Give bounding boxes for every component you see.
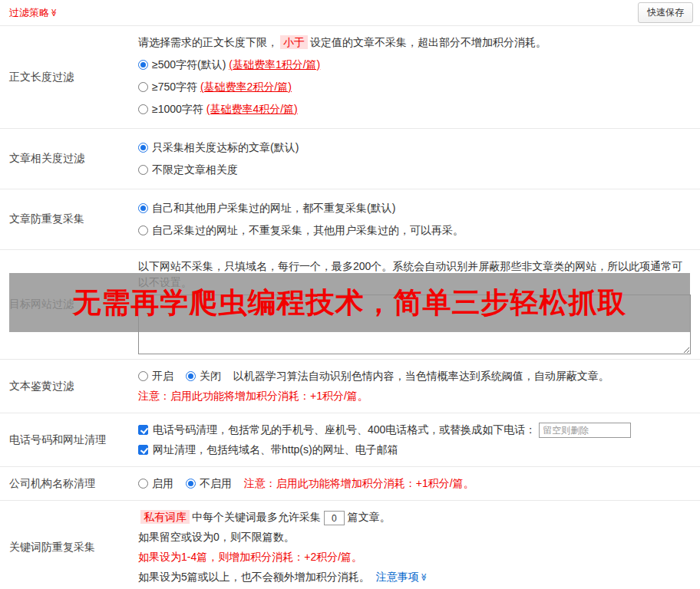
row-body-length-filter: 正文长度过滤 请选择需求的正文长度下限，小于设定值的文章不采集，超出部分不增加积…	[0, 25, 700, 128]
row-company-cleanup: 公司机构名称清理 启用 不启用 注意：启用此功能将增加积分消耗：+1积分/篇。	[0, 466, 700, 500]
checkbox-icon[interactable]	[138, 445, 148, 455]
row-label-relevance: 文章相关度过滤	[0, 129, 130, 189]
length-option-1000[interactable]: ≥1000字符 (基础费率4积分/篇)	[138, 101, 691, 117]
radio-icon[interactable]	[138, 165, 148, 175]
porn-cost-note: 注意：启用此功能将增加积分消耗：+1积分/篇。	[138, 388, 691, 404]
company-option-enable[interactable]: 启用	[138, 477, 177, 489]
row-phone-url-cleanup: 电话号码和网址清理 电话号码清理，包括常见的手机号、座机号、400电话格式，或替…	[0, 413, 700, 466]
row-label-porn: 文本鉴黄过滤	[0, 360, 130, 413]
keyword-limit-text: 中每个关键词最多允许采集	[192, 511, 321, 523]
phone-replacement-input[interactable]	[539, 423, 631, 438]
radio-icon[interactable]	[138, 143, 148, 153]
checkbox-icon[interactable]	[138, 425, 148, 435]
notice-link[interactable]: 注意事项≫	[376, 571, 428, 583]
length-option-750[interactable]: ≥750字符 (基础费率2积分/篇)	[138, 79, 691, 95]
row-label-company: 公司机构名称清理	[0, 467, 130, 500]
keyword-note-five-text: 如果设为5篇或以上，也不会额外增加积分消耗。	[138, 571, 370, 583]
company-option-disable[interactable]: 不启用	[186, 477, 235, 489]
length-intro-post: 设定值的文章不采集，超出部分不增加积分消耗。	[310, 36, 546, 48]
chevron-double-down-icon[interactable]: ≫	[416, 574, 432, 581]
keyword-note-five-line: 如果设为5篇或以上，也不会额外增加积分消耗。注意事项≫	[138, 569, 691, 585]
dedupe-option-self[interactable]: 自己采集过的网址，不重复采集，其他用户采集过的，可以再采。	[138, 222, 691, 239]
row-content-relevance: 只采集相关度达标的文章(默认) 不限定文章相关度	[130, 129, 700, 189]
row-content-dedupe: 自己和其他用户采集过的网址，都不重复采集(默认) 自己采集过的网址，不重复采集，…	[130, 189, 700, 249]
company-option-disable-text[interactable]: 不启用	[200, 477, 232, 489]
phone-cleanup-text[interactable]: 电话号码清理，包括常见的手机号、座机号、400电话格式，或替换成如下电话：	[153, 423, 536, 436]
row-label-keyword: 关键词防重复采集	[0, 501, 130, 589]
relevance-option-any-text[interactable]: 不限定文章相关度	[152, 163, 238, 176]
dedupe-option-self-text[interactable]: 自己采集过的网址，不重复采集，其他用户采集过的，可以再采。	[152, 224, 464, 236]
keyword-note-cost: 如果设为1-4篇，则增加积分消耗：+2积分/篇。	[138, 549, 691, 565]
radio-icon[interactable]	[138, 82, 148, 92]
porn-option-off-text[interactable]: 关闭	[200, 370, 221, 382]
porn-option-on-text[interactable]: 开启	[152, 370, 173, 382]
length-option-500-fee-note: (基础费率1积分/篇)	[229, 58, 320, 71]
dedupe-option-global[interactable]: 自己和其他用户采集过的网址，都不重复采集(默认)	[138, 200, 691, 216]
radio-icon[interactable]	[138, 60, 148, 70]
radio-icon[interactable]	[138, 371, 148, 381]
keyword-limit-suffix: 篇文章。	[348, 511, 391, 523]
chevron-double-down-icon: ≫	[50, 8, 58, 16]
row-keyword-dedupe: 关键词防重复采集 私有词库中每个关键词最多允许采集 篇文章。 如果留空或设为0，…	[0, 500, 700, 589]
watermark-banner: 无需再学爬虫编程技术，简单三步轻松抓取	[9, 273, 690, 332]
url-cleanup-checkbox[interactable]: 网址清理，包括纯域名、带http(s)的网址、电子邮箱	[138, 443, 398, 456]
porn-options-line: 开启 关闭 以机器学习算法自动识别色情内容，当色情概率达到系统阈值，自动屏蔽文章…	[138, 368, 691, 384]
length-option-750-fee-note: (基础费率2积分/篇)	[200, 81, 292, 93]
phone-cleanup-checkbox[interactable]: 电话号码清理，包括常见的手机号、座机号、400电话格式，或替换成如下电话：	[138, 423, 539, 436]
keyword-lexicon-highlight: 私有词库	[140, 510, 190, 524]
radio-icon[interactable]	[186, 371, 196, 381]
keyword-count-input[interactable]	[324, 511, 345, 525]
row-label-dedupe: 文章防重复采集	[0, 189, 130, 249]
radio-icon[interactable]	[138, 203, 148, 213]
keyword-note-zero: 如果留空或设为0，则不限篇数。	[138, 529, 691, 545]
porn-option-off[interactable]: 关闭	[186, 370, 224, 382]
page-title-text[interactable]: 过滤策略	[9, 7, 49, 18]
length-intro-pre: 请选择需求的正文长度下限，	[138, 36, 278, 48]
row-relevance-filter: 文章相关度过滤 只采集相关度达标的文章(默认) 不限定文章相关度	[0, 128, 700, 189]
relevance-option-strict[interactable]: 只采集相关度达标的文章(默认)	[138, 140, 691, 156]
row-label-body-length: 正文长度过滤	[0, 26, 130, 128]
url-cleanup-line: 网址清理，包括纯域名、带http(s)的网址、电子邮箱	[138, 442, 691, 458]
filter-settings-page: 过滤策略≫ 快速保存 正文长度过滤 请选择需求的正文长度下限，小于设定值的文章不…	[0, 0, 700, 589]
radio-icon[interactable]	[138, 225, 148, 235]
radio-icon[interactable]	[138, 479, 148, 489]
company-options-line: 启用 不启用 注意：启用此功能将增加积分消耗：+1积分/篇。	[138, 475, 691, 492]
relevance-option-any[interactable]: 不限定文章相关度	[138, 162, 691, 178]
length-option-500-text[interactable]: ≥500字符(默认)	[152, 58, 226, 71]
dedupe-option-global-text[interactable]: 自己和其他用户采集过的网址，都不重复采集(默认)	[152, 202, 395, 214]
company-option-enable-text[interactable]: 启用	[152, 477, 173, 489]
porn-description: 以机器学习算法自动识别色情内容，当色情概率达到系统阈值，自动屏蔽文章。	[233, 370, 609, 382]
row-dedupe-filter: 文章防重复采集 自己和其他用户采集过的网址，都不重复采集(默认) 自己采集过的网…	[0, 189, 700, 249]
page-title[interactable]: 过滤策略≫	[9, 6, 58, 20]
phone-cleanup-line: 电话号码清理，包括常见的手机号、座机号、400电话格式，或替换成如下电话：	[138, 422, 691, 438]
row-content-body-length: 请选择需求的正文长度下限，小于设定值的文章不采集，超出部分不增加积分消耗。 ≥5…	[130, 26, 700, 128]
url-cleanup-text[interactable]: 网址清理，包括纯域名、带http(s)的网址、电子邮箱	[153, 443, 398, 456]
length-option-500[interactable]: ≥500字符(默认) (基础费率1积分/篇)	[138, 57, 691, 73]
watermark-text: 无需再学爬虫编程技术，简单三步轻松抓取	[73, 284, 627, 322]
porn-option-on[interactable]: 开启	[138, 370, 177, 382]
length-option-750-text[interactable]: ≥750字符	[152, 81, 197, 93]
row-content-keyword: 私有词库中每个关键词最多允许采集 篇文章。 如果留空或设为0，则不限篇数。 如果…	[130, 501, 700, 589]
length-option-1000-text[interactable]: ≥1000字符	[152, 103, 203, 115]
length-intro-highlight: 小于	[280, 35, 308, 49]
relevance-option-strict-text[interactable]: 只采集相关度达标的文章(默认)	[152, 141, 299, 153]
keyword-limit-line: 私有词库中每个关键词最多允许采集 篇文章。	[138, 509, 691, 525]
topbar: 过滤策略≫ 快速保存	[0, 0, 700, 25]
notice-link-text[interactable]: 注意事项	[376, 571, 419, 583]
row-content-company: 启用 不启用 注意：启用此功能将增加积分消耗：+1积分/篇。	[130, 467, 700, 500]
quick-save-button[interactable]: 快速保存	[638, 2, 693, 23]
row-porn-filter: 文本鉴黄过滤 开启 关闭 以机器学习算法自动识别色情内容，当色情概率达到系统阈值…	[0, 359, 700, 413]
row-content-phone-url: 电话号码清理，包括常见的手机号、座机号、400电话格式，或替换成如下电话： 网址…	[130, 413, 700, 466]
company-cost-note: 注意：启用此功能将增加积分消耗：+1积分/篇。	[244, 477, 474, 489]
radio-icon[interactable]	[186, 479, 196, 489]
row-label-phone-url: 电话号码和网址清理	[0, 413, 130, 466]
radio-icon[interactable]	[138, 104, 148, 114]
row-content-porn: 开启 关闭 以机器学习算法自动识别色情内容，当色情概率达到系统阈值，自动屏蔽文章…	[130, 360, 700, 413]
length-intro: 请选择需求的正文长度下限，小于设定值的文章不采集，超出部分不增加积分消耗。	[138, 35, 691, 51]
length-option-1000-fee-note: (基础费率4积分/篇)	[206, 103, 298, 115]
row-site-blocklist: 目标网站过滤 以下网站不采集，只填域名，每行一个，最多200个。系统会自动识别并…	[0, 249, 700, 359]
